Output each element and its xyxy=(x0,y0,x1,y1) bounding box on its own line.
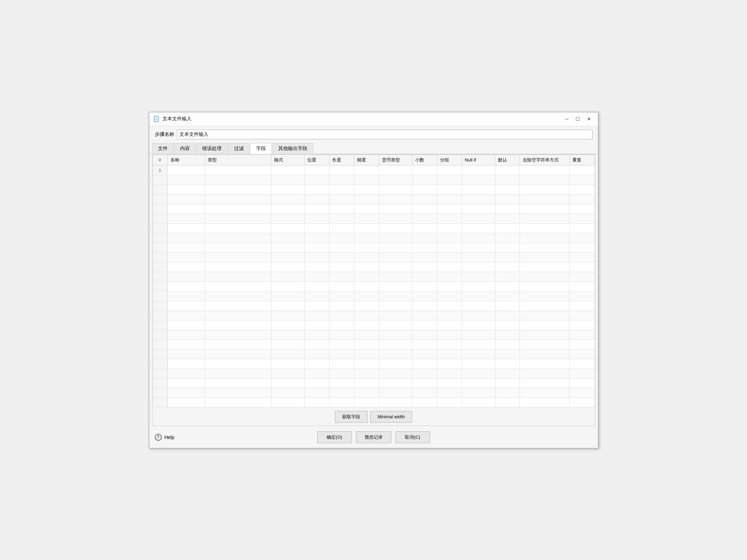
table-cell[interactable] xyxy=(570,185,595,194)
table-cell[interactable] xyxy=(412,262,437,272)
table-cell[interactable] xyxy=(462,359,495,368)
table-cell[interactable] xyxy=(570,272,595,281)
table-cell[interactable] xyxy=(329,204,354,214)
table-cell[interactable] xyxy=(205,349,271,359)
table-cell[interactable] xyxy=(412,330,437,339)
table-cell[interactable] xyxy=(271,194,304,204)
table-cell[interactable] xyxy=(271,165,304,175)
table-cell[interactable] xyxy=(520,185,570,194)
table-cell[interactable] xyxy=(412,175,437,185)
table-cell[interactable] xyxy=(570,330,595,339)
table-cell[interactable] xyxy=(412,368,437,378)
table-cell[interactable] xyxy=(412,185,437,194)
table-cell[interactable] xyxy=(205,185,271,194)
table-cell[interactable] xyxy=(412,398,437,407)
table-cell[interactable] xyxy=(437,252,462,262)
table-cell[interactable] xyxy=(271,262,304,272)
table-cell[interactable] xyxy=(520,262,570,272)
table-cell[interactable] xyxy=(462,194,495,204)
table-cell[interactable] xyxy=(271,339,304,349)
step-name-input[interactable] xyxy=(177,130,592,139)
table-cell[interactable] xyxy=(495,291,520,301)
table-cell[interactable] xyxy=(437,359,462,368)
table-cell[interactable] xyxy=(205,378,271,388)
table-cell[interactable] xyxy=(329,320,354,330)
table-row[interactable] xyxy=(152,320,595,330)
table-cell[interactable] xyxy=(437,204,462,214)
table-cell[interactable] xyxy=(304,185,329,194)
table-row[interactable] xyxy=(152,349,595,359)
table-row[interactable] xyxy=(152,388,595,398)
table-cell[interactable] xyxy=(437,194,462,204)
table-cell[interactable] xyxy=(205,204,271,214)
table-cell[interactable] xyxy=(271,388,304,398)
table-cell[interactable] xyxy=(462,185,495,194)
table-cell[interactable] xyxy=(167,252,205,262)
table-cell[interactable] xyxy=(271,223,304,233)
restore-button[interactable]: ☐ xyxy=(573,115,583,123)
table-cell[interactable] xyxy=(570,349,595,359)
table-cell[interactable] xyxy=(304,398,329,407)
table-cell[interactable] xyxy=(329,223,354,233)
table-cell[interactable] xyxy=(379,330,412,339)
table-cell[interactable] xyxy=(412,281,437,291)
table-cell[interactable] xyxy=(412,223,437,233)
table-cell[interactable] xyxy=(462,349,495,359)
table-cell[interactable] xyxy=(271,359,304,368)
table-cell[interactable] xyxy=(437,243,462,252)
table-cell[interactable] xyxy=(304,223,329,233)
table-cell[interactable] xyxy=(304,272,329,281)
table-row[interactable] xyxy=(152,223,595,233)
table-cell[interactable] xyxy=(570,388,595,398)
table-cell[interactable] xyxy=(462,204,495,214)
table-cell[interactable] xyxy=(570,223,595,233)
table-row[interactable] xyxy=(152,233,595,243)
table-cell[interactable] xyxy=(205,398,271,407)
table-cell[interactable] xyxy=(412,243,437,252)
table-cell[interactable] xyxy=(354,320,379,330)
table-cell[interactable] xyxy=(379,398,412,407)
table-cell[interactable] xyxy=(462,175,495,185)
table-cell[interactable] xyxy=(520,378,570,388)
table-cell[interactable] xyxy=(570,214,595,223)
table-row[interactable] xyxy=(152,378,595,388)
table-cell[interactable] xyxy=(354,252,379,262)
table-cell[interactable] xyxy=(205,359,271,368)
table-cell[interactable] xyxy=(271,398,304,407)
table-cell[interactable] xyxy=(167,320,205,330)
table-cell[interactable] xyxy=(495,233,520,243)
table-cell[interactable] xyxy=(412,339,437,349)
table-cell[interactable] xyxy=(304,301,329,310)
table-cell[interactable] xyxy=(462,223,495,233)
table-cell[interactable] xyxy=(520,233,570,243)
table-cell[interactable] xyxy=(495,310,520,320)
table-cell[interactable] xyxy=(412,214,437,223)
table-cell[interactable] xyxy=(304,262,329,272)
table-cell[interactable] xyxy=(354,243,379,252)
table-cell[interactable] xyxy=(329,339,354,349)
table-cell[interactable] xyxy=(354,349,379,359)
table-cell[interactable] xyxy=(354,301,379,310)
table-cell[interactable] xyxy=(329,262,354,272)
table-cell[interactable] xyxy=(570,252,595,262)
table-cell[interactable] xyxy=(167,330,205,339)
table-row[interactable]: 1 xyxy=(152,165,595,175)
table-cell[interactable] xyxy=(437,378,462,388)
tab-other-output-fields[interactable]: 其他输出字段 xyxy=(272,143,313,154)
table-cell[interactable] xyxy=(167,243,205,252)
table-cell[interactable] xyxy=(379,194,412,204)
table-row[interactable] xyxy=(152,185,595,194)
table-cell[interactable] xyxy=(304,214,329,223)
table-cell[interactable] xyxy=(329,388,354,398)
table-cell[interactable] xyxy=(495,378,520,388)
table-cell[interactable] xyxy=(437,281,462,291)
table-cell[interactable] xyxy=(304,194,329,204)
table-cell[interactable] xyxy=(379,262,412,272)
table-cell[interactable] xyxy=(354,339,379,349)
table-cell[interactable] xyxy=(205,272,271,281)
table-cell[interactable] xyxy=(520,194,570,204)
table-cell[interactable] xyxy=(205,368,271,378)
table-cell[interactable] xyxy=(205,310,271,320)
table-cell[interactable] xyxy=(304,175,329,185)
table-cell[interactable] xyxy=(205,233,271,243)
